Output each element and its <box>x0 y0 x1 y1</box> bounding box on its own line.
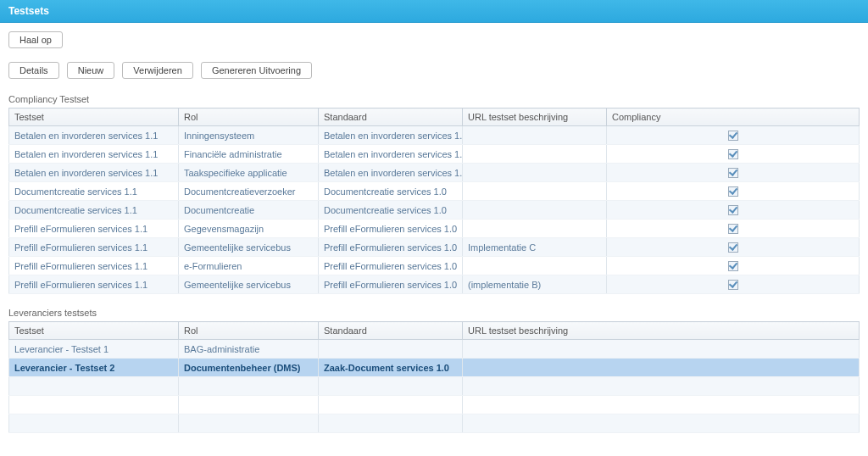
compliancy-checkbox[interactable] <box>728 186 738 197</box>
col-header-rol[interactable]: Rol <box>179 322 319 340</box>
cell-testset: Documentcreatie services 1.1 <box>9 182 179 201</box>
cell-standaard: Prefill eFormulieren services 1.0 <box>319 220 463 238</box>
cell-rol: BAG-administratie <box>179 340 319 359</box>
table-row-empty <box>9 396 860 414</box>
cell-url: (implementatie B) <box>463 275 607 294</box>
table-row[interactable]: Leverancier - Testset 1BAG-administratie <box>9 340 860 359</box>
cell-standaard: Documentcreatie services 1.0 <box>319 201 463 220</box>
cell-url: Implementatie C <box>463 238 607 257</box>
cell-testset: Betalen en invorderen services 1.1 <box>9 164 179 182</box>
haal-op-button[interactable]: Haal op <box>8 31 63 48</box>
cell-compliancy <box>607 275 860 294</box>
compliancy-section-label: Compliancy Testset <box>0 94 868 108</box>
cell-standaard: Documentcreatie services 1.0 <box>319 182 463 201</box>
cell-testset: Prefill eFormulieren services 1.1 <box>9 257 179 275</box>
cell-standaard: Prefill eFormulieren services 1.0 <box>319 257 463 275</box>
cell-rol: Inningensysteem <box>179 126 319 145</box>
cell-standaard: Zaak-Document services 1.0 <box>319 359 463 377</box>
cell-url <box>463 126 607 145</box>
col-header-url[interactable]: URL testset beschrijving <box>463 322 860 340</box>
toolbar: Haal op Details Nieuw Verwijderen Genere… <box>0 23 868 94</box>
table-row[interactable]: Prefill eFormulieren services 1.1Gemeent… <box>9 238 860 257</box>
table-row[interactable]: Prefill eFormulieren services 1.1e-Formu… <box>9 257 860 275</box>
cell-compliancy <box>607 164 860 182</box>
leveranciers-grid: Testset Rol Standaard URL testset beschr… <box>8 321 860 433</box>
col-header-standaard[interactable]: Standaard <box>319 322 463 340</box>
page-title: Testsets <box>8 5 49 17</box>
cell-standaard <box>319 340 463 359</box>
cell-testset: Betalen en invorderen services 1.1 <box>9 126 179 145</box>
cell-rol: Gemeentelijke servicebus <box>179 238 319 257</box>
cell-url <box>463 257 607 275</box>
compliancy-checkbox[interactable] <box>728 168 738 178</box>
table-row[interactable]: Prefill eFormulieren services 1.1Gemeent… <box>9 275 860 294</box>
nieuw-button[interactable]: Nieuw <box>67 62 115 79</box>
cell-testset: Prefill eFormulieren services 1.1 <box>9 238 179 257</box>
cell-standaard: Prefill eFormulieren services 1.0 <box>319 275 463 294</box>
cell-rol: Documentenbeheer (DMS) <box>179 359 319 377</box>
table-row[interactable]: Prefill eFormulieren services 1.1Gegeven… <box>9 220 860 238</box>
compliancy-checkbox[interactable] <box>728 205 738 215</box>
cell-compliancy <box>607 201 860 220</box>
col-header-testset[interactable]: Testset <box>9 108 179 126</box>
cell-compliancy <box>607 238 860 257</box>
cell-standaard: Prefill eFormulieren services 1.0 <box>319 238 463 257</box>
table-row[interactable]: Documentcreatie services 1.1Documentcrea… <box>9 201 860 220</box>
cell-rol: Taakspecifieke applicatie <box>179 164 319 182</box>
table-row[interactable]: Betalen en invorderen services 1.1Inning… <box>9 126 860 145</box>
cell-url <box>463 220 607 238</box>
col-header-standaard[interactable]: Standaard <box>319 108 463 126</box>
leveranciers-section-label: Leveranciers testsets <box>0 308 868 321</box>
cell-testset: Prefill eFormulieren services 1.1 <box>9 275 179 294</box>
verwijderen-button[interactable]: Verwijderen <box>122 62 192 79</box>
cell-rol: Documentcreatieverzoeker <box>179 182 319 201</box>
cell-testset: Leverancier - Testset 2 <box>9 359 179 377</box>
cell-rol: Financiële administratie <box>179 145 319 164</box>
cell-compliancy <box>607 182 860 201</box>
cell-url <box>463 145 607 164</box>
details-button[interactable]: Details <box>8 62 59 79</box>
cell-testset: Prefill eFormulieren services 1.1 <box>9 220 179 238</box>
cell-standaard: Betalen en invorderen services 1.0 <box>319 145 463 164</box>
cell-rol: e-Formulieren <box>179 257 319 275</box>
cell-url <box>463 201 607 220</box>
cell-compliancy <box>607 145 860 164</box>
compliancy-grid: Testset Rol Standaard URL testset beschr… <box>8 108 860 294</box>
compliancy-checkbox[interactable] <box>728 280 738 290</box>
compliancy-checkbox[interactable] <box>728 224 738 234</box>
compliancy-checkbox[interactable] <box>728 242 738 253</box>
cell-testset: Leverancier - Testset 1 <box>9 340 179 359</box>
table-row-empty <box>9 377 860 396</box>
page-header: Testsets <box>0 0 868 23</box>
cell-compliancy <box>607 126 860 145</box>
col-header-compliancy[interactable]: Compliancy <box>607 108 860 126</box>
cell-url <box>463 182 607 201</box>
col-header-url[interactable]: URL testset beschrijving <box>463 108 607 126</box>
cell-compliancy <box>607 220 860 238</box>
cell-standaard: Betalen en invorderen services 1.0 <box>319 164 463 182</box>
table-row-empty <box>9 414 860 433</box>
cell-compliancy <box>607 257 860 275</box>
table-row[interactable]: Leverancier - Testset 2Documentenbeheer … <box>9 359 860 377</box>
compliancy-checkbox[interactable] <box>728 149 738 159</box>
cell-testset: Betalen en invorderen services 1.1 <box>9 145 179 164</box>
cell-testset: Documentcreatie services 1.1 <box>9 201 179 220</box>
cell-url <box>463 359 860 377</box>
cell-rol: Gegevensmagazijn <box>179 220 319 238</box>
cell-url <box>463 340 860 359</box>
cell-rol: Gemeentelijke servicebus <box>179 275 319 294</box>
cell-rol: Documentcreatie <box>179 201 319 220</box>
table-row[interactable]: Betalen en invorderen services 1.1Financ… <box>9 145 860 164</box>
table-row[interactable]: Betalen en invorderen services 1.1Taaksp… <box>9 164 860 182</box>
table-row[interactable]: Documentcreatie services 1.1Documentcrea… <box>9 182 860 201</box>
col-header-testset[interactable]: Testset <box>9 322 179 340</box>
cell-standaard: Betalen en invorderen services 1.0 <box>319 126 463 145</box>
col-header-rol[interactable]: Rol <box>179 108 319 126</box>
genereren-uitvoering-button[interactable]: Genereren Uitvoering <box>201 62 312 79</box>
compliancy-checkbox[interactable] <box>728 131 738 141</box>
compliancy-checkbox[interactable] <box>728 261 738 271</box>
cell-url <box>463 164 607 182</box>
